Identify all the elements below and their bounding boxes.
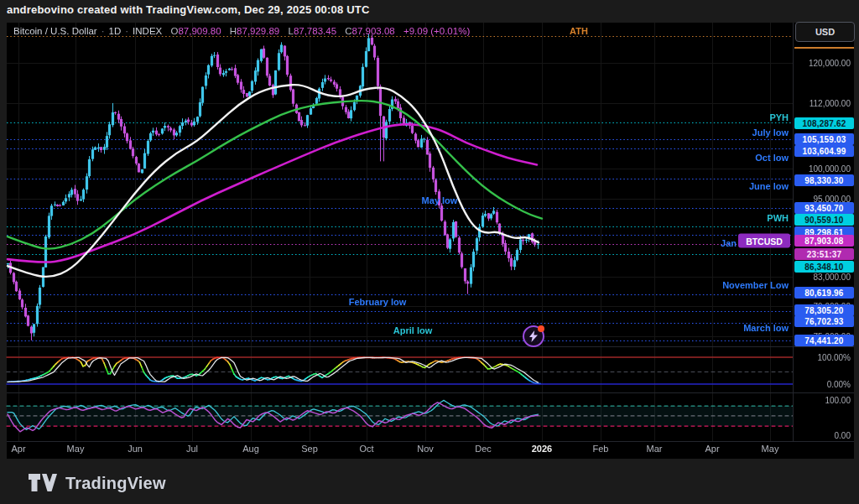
july-low-price: 105,159.03 (794, 133, 854, 145)
november-low-price: 80,619.96 (794, 287, 854, 299)
annotation-july-low: July low (752, 127, 789, 138)
april-low-price: 74,441.20 (794, 335, 854, 346)
annotation-march-low: March low (743, 323, 789, 333)
february-low-price: 78,305.20 (794, 304, 854, 316)
low-value: 87,783.45 (294, 26, 336, 36)
time-axis-label-Jun: Jun (115, 444, 155, 454)
exchange-label: INDEX (133, 26, 162, 36)
tradingview-logo-icon (29, 474, 57, 492)
ath-axis-marker (794, 47, 854, 49)
price-axis-label: 83,000.00 (814, 273, 851, 282)
price-axis-label: 0.00% (827, 380, 851, 389)
pwh-price: 90,559.10 (794, 214, 854, 226)
time-axis-label-May: May (55, 444, 96, 454)
time-axis-label-Sep: Sep (289, 444, 330, 454)
price-axis-label: 100.00% (818, 353, 851, 362)
change-value: +9.09 (+0.01%) (403, 26, 470, 36)
tradingview-logo[interactable]: TradingView (29, 470, 166, 496)
price-axis-label: 120,000.00 (809, 59, 851, 68)
annotation-oct-low: Oct low (755, 153, 789, 163)
time-axis-label-Aug: Aug (231, 444, 271, 454)
pwl-price: 86,348.10 (794, 261, 854, 273)
open-value: 87,909.80 (178, 26, 221, 36)
pane-separator-2[interactable] (7, 392, 854, 393)
bar-countdown: 23:51:37 (794, 248, 854, 260)
legend-separator: · (121, 26, 133, 36)
legend-separator: · (97, 26, 109, 36)
time-axis-label-Jul: Jul (172, 444, 212, 454)
symbol-axis-badge: BTCUSD (738, 234, 790, 248)
lightning-bolt-icon (528, 330, 539, 342)
time-axis-label-2026: 2026 (522, 444, 562, 454)
price-axis-label: 0.00 (835, 431, 851, 440)
boost-button[interactable] (523, 325, 544, 347)
annotation-april-low: April low (393, 325, 432, 335)
time-axis-label-Apr: Apr (0, 444, 39, 454)
symbol-legend[interactable]: Bitcoin / U.S. Dollar·1D·INDEX O87,909.8… (13, 26, 470, 39)
march-low-price: 76,702.93 (794, 315, 854, 327)
time-axis-label-Oct: Oct (346, 444, 387, 454)
annotation-jan: Jan (721, 238, 737, 248)
oct-low-price: 103,604.99 (794, 145, 854, 157)
time-axis-separator (7, 441, 854, 442)
symbol-name[interactable]: Bitcoin / U.S. Dollar (13, 26, 97, 36)
close-key: C (345, 26, 351, 36)
time-axis-label-May: May (750, 444, 790, 454)
time-axis-label-Dec: Dec (463, 444, 503, 454)
time-axis-label-Nov: Nov (405, 444, 445, 454)
price-axis-label: 100,000.00 (809, 164, 851, 174)
brand-text: TradingView (65, 474, 166, 493)
price-axis-label: 100.00 (825, 396, 851, 405)
pyh-price: 108,287.62 (794, 117, 854, 129)
annotation-november-low: November Low (722, 280, 789, 290)
interval-label[interactable]: 1D (109, 26, 122, 36)
currency-toggle-button[interactable]: USD (795, 22, 855, 42)
page-root: andrebovino created with TradingView.com… (0, 0, 859, 504)
time-axis-label-Mar: Mar (634, 444, 674, 454)
may-low-price: 93,450.70 (794, 202, 854, 214)
price-axis-separator (793, 23, 794, 441)
june-low-price: 98,330.30 (794, 174, 854, 186)
last-price: 87,903.08 (794, 235, 854, 247)
close-value: 87,903.08 (352, 26, 395, 36)
high-value: 87,929.89 (237, 26, 279, 36)
annotation-may-low: May low (422, 195, 458, 205)
price-axis-label: 112,000.00 (810, 99, 851, 108)
annotation-ath: ATH (570, 26, 588, 36)
annotation-june-low: June low (749, 181, 789, 191)
annotation-pwh: PWH (767, 213, 789, 223)
annotation-pyh: PYH (769, 112, 789, 122)
time-axis-label-Feb: Feb (580, 444, 621, 454)
annotation-february-low: February low (349, 297, 406, 307)
high-key: H (230, 26, 237, 36)
notification-dot (538, 325, 544, 332)
price-chart-canvas[interactable] (0, 0, 859, 504)
pane-separator-1[interactable] (7, 346, 854, 347)
time-axis-label-Apr: Apr (692, 444, 732, 454)
